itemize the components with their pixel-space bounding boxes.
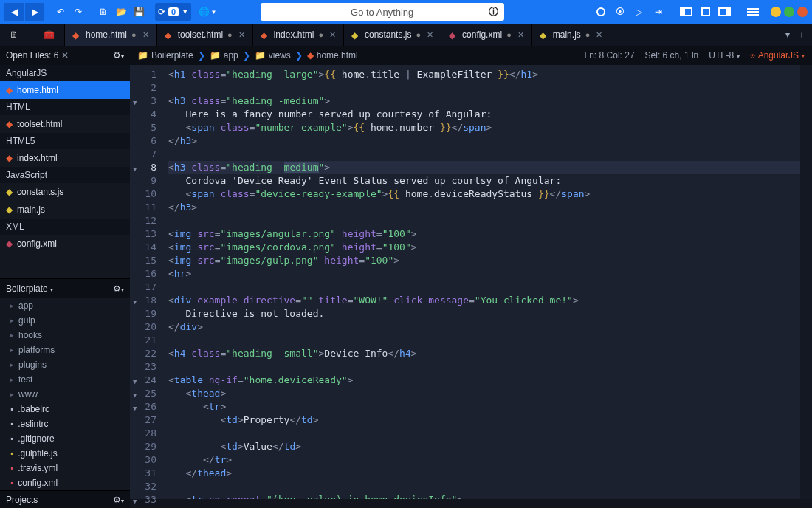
tree-test[interactable]: ▸test xyxy=(0,372,130,387)
gear-icon[interactable]: ⚙▾ xyxy=(113,284,124,294)
tab-home-html[interactable]: ◆home.html●✕ xyxy=(65,24,157,46)
chevron-right-icon: ▸ xyxy=(10,391,14,398)
sidebar: Open Files: 6 ✕ ⚙▾ AngularJS◆home.htmlHT… xyxy=(0,46,130,508)
close-tab-icon[interactable]: ✕ xyxy=(238,30,245,40)
open-file-index-html[interactable]: ◆index.html xyxy=(0,149,130,167)
close-panel-icon[interactable]: ✕ xyxy=(61,50,69,61)
search-placeholder: Go to Anything xyxy=(351,7,413,18)
category-HTML5: HTML5 xyxy=(0,133,130,149)
tab-list-button[interactable]: ▾ xyxy=(785,30,790,40)
tree-plugins[interactable]: ▸plugins xyxy=(0,357,130,372)
file-icon: ◆ xyxy=(351,30,360,39)
dirty-indicator: ● xyxy=(318,30,323,39)
gear-icon[interactable]: ⚙▾ xyxy=(113,50,124,61)
breadcrumb-app[interactable]: 📁app xyxy=(210,50,238,61)
tree-hooks[interactable]: ▸hooks xyxy=(0,328,130,343)
save-file-button[interactable]: 💾 xyxy=(130,3,148,21)
chevron-right-icon: ▸ xyxy=(10,317,14,324)
tree-gulp[interactable]: ▸gulp xyxy=(0,313,130,328)
close-tab-icon[interactable]: ✕ xyxy=(142,30,149,40)
breadcrumb-Boilerplate[interactable]: 📁Boilerplate xyxy=(137,50,193,61)
stop-button[interactable]: ⦿ xyxy=(611,3,629,21)
open-file-toolset-html[interactable]: ◆toolset.html xyxy=(0,115,130,133)
layout-bottom-button[interactable] xyxy=(697,3,715,21)
breadcrumb-home-html[interactable]: ◆home.html xyxy=(307,50,358,61)
close-tab-icon[interactable]: ✕ xyxy=(596,30,602,40)
encoding[interactable]: UTF-8 ▾ xyxy=(709,50,739,61)
file-icon: ◆ xyxy=(6,119,13,129)
tree--eslintrc[interactable]: ▪.eslintrc xyxy=(0,416,130,431)
breadcrumb-bar: 📁Boilerplate❯📁app❯📁views❯◆home.html Ln: … xyxy=(130,46,812,65)
layout-left-button[interactable] xyxy=(678,3,695,21)
close-tab-icon[interactable]: ✕ xyxy=(427,30,433,40)
file-icon: ◆ xyxy=(449,30,458,39)
breadcrumb-views[interactable]: 📁views xyxy=(255,50,291,61)
tree--travis-yml[interactable]: ▪.travis.yml xyxy=(0,461,130,476)
tree--gitignore[interactable]: ▪.gitignore xyxy=(0,431,130,446)
language-mode[interactable]: ⟐ AngularJS ▾ xyxy=(750,50,805,61)
step-button[interactable]: ⇥ xyxy=(650,3,667,21)
tree-app[interactable]: ▸app xyxy=(0,298,130,313)
menu-button[interactable] xyxy=(744,3,762,21)
file-icon: ◆ xyxy=(540,30,548,39)
tree-config-xml[interactable]: ▪config.xml xyxy=(0,476,130,490)
globe-button[interactable]: 🌐▼ xyxy=(199,3,216,21)
minimap[interactable] xyxy=(800,65,812,499)
maximize-button[interactable] xyxy=(784,7,794,17)
tab-main-js[interactable]: ◆main.js●✕ xyxy=(532,24,611,46)
angular-icon: ⟐ xyxy=(750,50,755,61)
play-button[interactable]: ▷ xyxy=(630,3,648,21)
forward-button[interactable]: ▶ xyxy=(25,3,44,21)
back-button[interactable]: ◀ xyxy=(4,3,24,21)
new-file-button[interactable]: 🗎 xyxy=(94,3,112,21)
tab-constants-js[interactable]: ◆constants.js●✕ xyxy=(344,24,441,46)
gear-icon[interactable]: ⚙▾ xyxy=(113,495,124,505)
open-file-home-html[interactable]: ◆home.html xyxy=(0,81,130,99)
tree--babelrc[interactable]: ▪.babelrc xyxy=(0,402,130,416)
close-tab-icon[interactable]: ✕ xyxy=(517,30,524,40)
window-controls xyxy=(771,7,808,17)
dirty-indicator: ● xyxy=(416,30,421,39)
record-button[interactable] xyxy=(592,3,610,21)
chevron-right-icon: ▸ xyxy=(10,376,14,383)
project-header[interactable]: Boilerplate ▾ ⚙▾ xyxy=(0,279,130,298)
chevron-right-icon: ▸ xyxy=(10,332,14,339)
breadcrumb-sep: ❯ xyxy=(295,50,303,61)
tab-toolset-html[interactable]: ◆toolset.html●✕ xyxy=(157,24,253,46)
horizontal-scrollbar[interactable] xyxy=(130,499,812,508)
chevron-right-icon: ▸ xyxy=(10,361,14,368)
close-tab-icon[interactable]: ✕ xyxy=(329,30,336,40)
search-input[interactable]: Go to Anything ⓘ xyxy=(261,3,504,21)
dirty-indicator: ● xyxy=(131,30,137,39)
tree-platforms[interactable]: ▸platforms xyxy=(0,343,130,357)
code-editor[interactable]: <h1 class="heading -large">{{ home.title… xyxy=(164,65,800,499)
close-button[interactable] xyxy=(797,7,808,17)
dirty-indicator: ● xyxy=(585,30,591,39)
folder-icon: 📁 xyxy=(210,50,221,61)
tree--gulpfile-js[interactable]: ▪.gulpfile.js xyxy=(0,446,130,461)
tab-index-html[interactable]: ◆index.html●✕ xyxy=(253,24,344,46)
tree-www[interactable]: ▸www xyxy=(0,387,130,402)
minimize-button[interactable] xyxy=(771,7,781,17)
open-file-constants-js[interactable]: ◆constants.js xyxy=(0,183,130,201)
layout-right-button[interactable] xyxy=(716,3,734,21)
projects-footer[interactable]: Projects ⚙▾ xyxy=(0,490,130,508)
places-pane-icon[interactable]: 🗎 xyxy=(10,30,18,40)
cursor-position: Ln: 8 Col: 27 xyxy=(585,50,635,61)
file-icon: ◆ xyxy=(165,30,173,39)
line-gutter[interactable]: 12▼34567▼891011121314151617▼181920212223… xyxy=(130,65,164,499)
new-tab-button[interactable]: ＋ xyxy=(797,29,806,41)
chevron-right-icon: ▸ xyxy=(10,346,14,354)
sync-button[interactable]: ⟳ 0 ▼ xyxy=(155,3,191,21)
open-file-button[interactable]: 📂 xyxy=(112,3,130,21)
info-icon: ⓘ xyxy=(489,5,498,18)
file-icon: ▪ xyxy=(10,448,13,459)
tab-label: home.html xyxy=(86,30,127,40)
undo-button[interactable]: ↶ xyxy=(52,3,69,21)
toolbox-icon[interactable]: 🧰 xyxy=(44,30,55,40)
redo-button[interactable]: ↷ xyxy=(69,3,87,21)
tab-config-xml[interactable]: ◆config.xml●✕ xyxy=(441,24,532,46)
open-file-main-js[interactable]: ◆main.js xyxy=(0,201,130,219)
open-file-config-xml[interactable]: ◆config.xml xyxy=(0,235,130,253)
tab-label: constants.js xyxy=(365,30,411,40)
